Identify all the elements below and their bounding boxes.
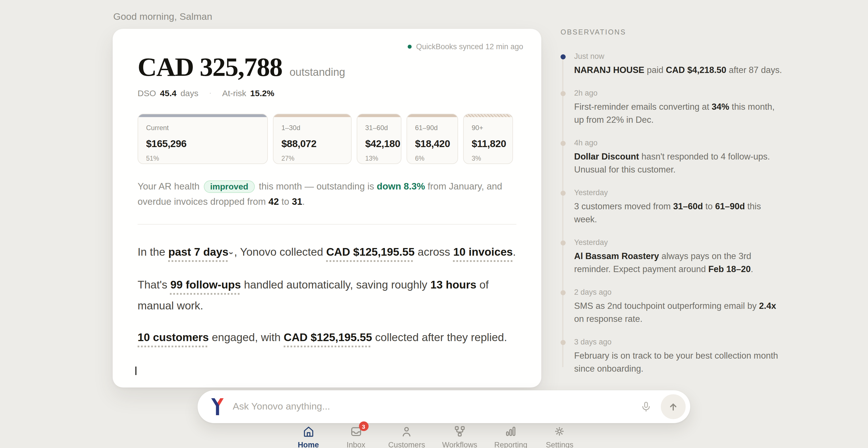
bucket-31-60d[interactable]: 31–60d $42,180 13%	[357, 114, 401, 164]
timeline-dot	[561, 340, 566, 345]
text-segment: Dollar Discount	[574, 151, 639, 161]
dso-value: 45.4	[160, 88, 176, 98]
text-segment: 31	[292, 196, 302, 206]
insight-paragraph-customers: 10 customers engaged, with CAD $125,195.…	[137, 327, 516, 348]
bucket-pct: 3%	[472, 155, 504, 162]
observation-text: NARANJ HOUSE paid CAD $4,218.50 after 87…	[574, 63, 786, 76]
text-segment: on response rate.	[574, 314, 642, 323]
nav-item-inbox[interactable]: 3 Inbox	[341, 425, 371, 448]
bucket-90-plus[interactable]: 90+ $11,820 3%	[463, 114, 513, 164]
nav-item-settings[interactable]: Settings	[545, 425, 575, 448]
text-segment: handled automatically, saving roughly	[241, 278, 430, 290]
observation-text: February is on track to be your best col…	[574, 349, 786, 375]
ask-bar	[197, 390, 690, 423]
inbox-icon: 3	[350, 425, 362, 438]
bucket-value: $42,180	[365, 138, 393, 150]
bucket-label: 61–90d	[415, 124, 450, 132]
text-segment: CAD $4,218.50	[666, 65, 726, 75]
text-segment: .	[513, 245, 516, 258]
yonovo-logo-icon	[210, 398, 225, 415]
bucket-label: 1–30d	[281, 124, 343, 132]
ask-input[interactable]	[231, 401, 635, 413]
bucket-value: $18,420	[415, 138, 450, 150]
observation-item: Yesterday 3 customers moved from 31–60d …	[561, 188, 786, 226]
observation-item: 3 days ago February is on track to be yo…	[561, 338, 786, 375]
text-segment: Your AR health	[137, 181, 202, 191]
text-segment: .	[751, 264, 753, 274]
observation-text: First-reminder emails converting at 34% …	[574, 100, 786, 126]
greeting: Good morning, Salman	[113, 11, 212, 23]
bucket-label: Current	[146, 124, 259, 132]
timeline-dot	[561, 240, 566, 245]
inline-dropdown-trigger[interactable]: CAD $125,195.55	[284, 331, 372, 343]
mic-button[interactable]	[635, 395, 657, 418]
dso-label: DSO	[137, 88, 156, 98]
nav-label: Settings	[546, 441, 574, 448]
text-segment: , Yonovo collected	[234, 245, 326, 258]
at-risk-label: At-risk	[222, 88, 246, 98]
bucket-value: $11,820	[472, 138, 504, 150]
text-segment: Al Bassam Roastery	[574, 251, 659, 261]
text-segment: February is on track to be your best col…	[574, 351, 778, 373]
at-risk-value: 15.2%	[250, 88, 274, 98]
text-segment: paid	[644, 65, 666, 75]
inline-dropdown-trigger[interactable]: CAD $125,195.55	[326, 245, 414, 258]
text-segment: In the	[137, 245, 168, 258]
send-button[interactable]	[661, 394, 686, 419]
outstanding-amount: CAD 325,788	[137, 51, 282, 82]
bucket-61-90d[interactable]: 61–90d $18,420 6%	[407, 114, 458, 164]
observation-time: Just now	[574, 52, 786, 61]
bar-chart-icon	[504, 425, 517, 438]
inline-dropdown-trigger[interactable]: past 7 days	[168, 245, 228, 258]
text-segment: across	[414, 245, 453, 258]
bucket-pct: 13%	[365, 155, 393, 162]
outstanding-headline: CAD 325,788 outstanding	[137, 51, 516, 82]
text-segment: SMS as 2nd touchpoint outperforming emai…	[574, 301, 759, 311]
text-segment: to	[703, 201, 715, 211]
observation-text: Dollar Discount hasn't responded to 4 fo…	[574, 150, 786, 176]
text-segment: NARANJ HOUSE	[574, 65, 644, 75]
observations-title: OBSERVATIONS	[561, 28, 786, 36]
text-segment: collected after they replied.	[372, 331, 507, 343]
nav-item-home[interactable]: Home	[293, 425, 323, 448]
insight-paragraph-collections: In the past 7 days›, Yonovo collected CA…	[137, 242, 516, 263]
nav-label: Reporting	[494, 441, 527, 448]
nav-label: Customers	[388, 441, 425, 448]
text-segment: Feb 18–20	[708, 264, 751, 274]
kpi-separator: ·	[209, 89, 212, 97]
bucket-1-30d[interactable]: 1–30d $88,072 27%	[273, 114, 352, 164]
nav-item-customers[interactable]: Customers	[388, 425, 425, 448]
bucket-value: $165,296	[146, 138, 259, 150]
observations-panel: OBSERVATIONS Just now NARANJ HOUSE paid …	[561, 28, 786, 387]
dso-unit: days	[180, 88, 198, 98]
bucket-accent-bar	[407, 114, 458, 117]
arrow-up-icon	[668, 401, 679, 412]
nav-item-reporting[interactable]: Reporting	[494, 425, 527, 448]
bucket-current[interactable]: Current $165,296 51%	[137, 114, 268, 164]
text-segment: 42	[268, 196, 279, 206]
inline-dropdown-trigger[interactable]: 10 customers	[137, 331, 209, 343]
bucket-label: 31–60d	[365, 124, 393, 132]
inline-dropdown-trigger[interactable]: 10 invoices	[453, 245, 513, 258]
nav-item-workflows[interactable]: Workflows	[442, 425, 477, 448]
timeline-dot	[561, 54, 566, 59]
aging-buckets: Current $165,296 51% 1–30d $88,072 27% 3…	[137, 114, 516, 164]
inline-dropdown-trigger[interactable]: ›	[222, 252, 243, 254]
sync-status: QuickBooks synced 12 min ago	[408, 42, 523, 51]
bucket-pct: 6%	[415, 155, 450, 162]
bucket-pct: 27%	[281, 155, 343, 162]
text-segment: 3 customers moved from	[574, 201, 673, 211]
bucket-pct: 51%	[146, 155, 259, 162]
sun-settings-icon	[554, 425, 566, 438]
app-root: Good morning, Salman QuickBooks synced 1…	[0, 0, 868, 448]
inbox-badge: 3	[359, 421, 368, 431]
text-segment: engaged, with	[209, 331, 284, 343]
text-segment: 31–60d	[673, 201, 703, 211]
timeline-dot	[561, 141, 566, 146]
inline-dropdown-trigger[interactable]: 99 follow-ups	[170, 278, 241, 290]
mic-icon	[640, 401, 652, 412]
timeline-dot	[561, 91, 566, 96]
nav-label: Inbox	[346, 441, 365, 448]
text-segment: to	[279, 196, 292, 206]
timeline-dot	[561, 290, 566, 295]
